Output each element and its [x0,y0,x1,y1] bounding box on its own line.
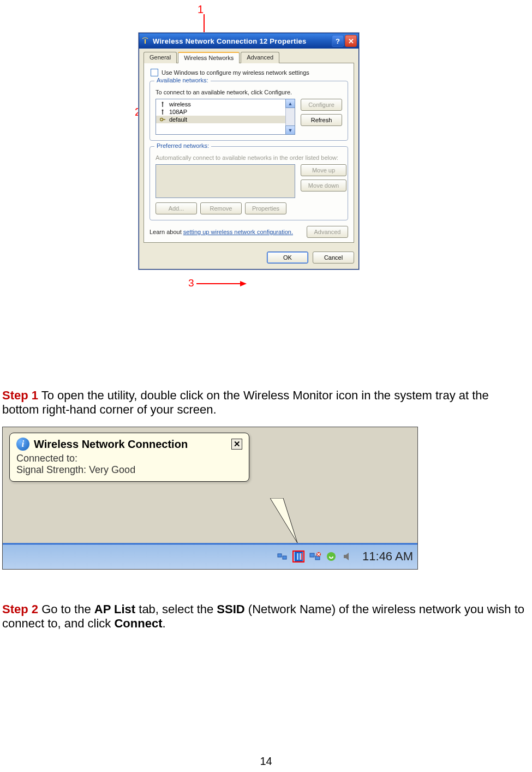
svg-rect-21 [315,556,320,560]
balloon-title: Wireless Network Connection [34,438,227,451]
network-name: wireless [169,101,191,107]
svg-rect-20 [310,553,314,557]
wireless-icon [141,37,150,45]
scroll-down-icon[interactable]: ▼ [285,125,295,135]
configure-button[interactable]: Configure [301,99,342,111]
available-legend: Available networks: [154,77,211,83]
ok-button[interactable]: OK [267,252,308,264]
clock: 11:46 AM [362,549,413,564]
list-item[interactable]: 108AP [156,108,295,116]
page-number: 14 [0,755,532,768]
svg-rect-14 [278,554,282,557]
tab-panel: Use Windows to configure my wireless net… [144,63,354,243]
balloon-line1: Connected to: [16,453,242,464]
tab-strip: General Wireless Networks Advanced [144,52,354,63]
secure-icon [159,117,166,122]
moveup-button[interactable]: Move up [301,164,346,176]
info-icon: i [16,438,29,451]
tab-general[interactable]: General [144,52,177,63]
refresh-button[interactable]: Refresh [301,114,342,126]
tab-advanced[interactable]: Advanced [241,52,279,63]
balloon-line2: Signal Strength: Very Good [16,464,242,476]
arrow-right-icon [196,280,247,287]
available-networks-group: Available networks: To connect to an ava… [150,81,348,141]
dialog-footer: OK Cancel [139,247,358,269]
use-windows-label: Use Windows to configure my wireless net… [162,69,309,76]
svg-rect-17 [297,553,298,560]
wireless-monitor-icon[interactable] [292,550,304,562]
add-button[interactable]: Add... [156,202,197,214]
available-hint: To connect to an available network, clic… [156,89,342,95]
list-item[interactable]: default [156,116,295,123]
svg-marker-26 [344,553,349,560]
step2-text: Step 2 Go to the AP List tab, select the… [0,602,529,631]
use-windows-checkbox[interactable] [151,69,158,76]
tab-wireless-networks[interactable]: Wireless Networks [178,52,240,63]
learn-link[interactable]: setting up wireless network configuratio… [183,229,293,235]
balloon-tooltip: i Wireless Network Connection ✕ Connecte… [9,433,249,482]
movedown-button[interactable]: Move down [301,179,346,191]
titlebar[interactable]: Wireless Network Connection 12 Propertie… [139,33,358,49]
svg-marker-5 [240,281,247,286]
svg-rect-6 [145,39,146,44]
advanced-button[interactable]: Advanced [307,226,348,238]
cancel-button[interactable]: Cancel [313,252,354,264]
tray-network-icon[interactable] [276,550,288,562]
tray-lan-icon[interactable] [309,550,321,562]
antenna-icon [159,101,166,107]
step1-text: Step 1 To open the utility, double click… [0,388,529,417]
tray-volume-icon[interactable] [342,550,354,562]
properties-button[interactable]: Properties [245,202,286,214]
learn-text: Learn about setting up wireless network … [150,229,302,235]
network-name: default [169,116,187,123]
taskbar: 11:46 AM [3,543,417,569]
network-name: 108AP [169,109,187,115]
systray-screenshot: i Wireless Network Connection ✕ Connecte… [2,427,418,570]
scrollbar[interactable]: ▲ ▼ [285,99,295,134]
help-button[interactable]: ? [332,35,344,47]
close-button[interactable]: ✕ [345,35,357,47]
svg-point-11 [160,118,163,121]
balloon-close-button[interactable]: ✕ [231,439,242,450]
preferred-legend: Preferred networks: [154,142,211,149]
balloon-tail-icon [270,498,303,547]
antenna-icon [159,109,166,115]
window-title: Wireless Network Connection 12 Propertie… [153,37,328,45]
preferred-hint: Automatically connect to available netwo… [156,154,342,161]
systray [276,550,354,562]
properties-dialog: Wireless Network Connection 12 Propertie… [139,33,359,270]
svg-marker-13 [270,498,297,543]
preferred-list[interactable] [156,164,295,198]
preferred-networks-group: Preferred networks: Automatically connec… [150,146,348,220]
svg-rect-15 [283,556,286,559]
annotation-3: 3 [188,277,194,289]
svg-rect-18 [300,553,301,560]
scroll-up-icon[interactable]: ▲ [285,99,295,108]
list-item[interactable]: wireless [156,100,295,108]
available-list[interactable]: wireless 108AP [156,99,295,135]
tray-update-icon[interactable] [325,550,337,562]
remove-button[interactable]: Remove [200,202,242,214]
svg-point-25 [327,552,336,561]
